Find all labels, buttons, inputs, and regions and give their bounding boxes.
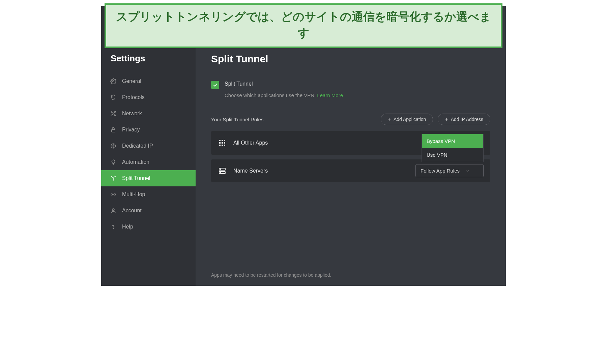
lock-icon bbox=[110, 126, 117, 133]
learn-more-link[interactable]: Learn More bbox=[317, 92, 343, 98]
callout-text: スプリットトンネリングでは、どのサイトの通信を暗号化するか選べます bbox=[116, 10, 491, 39]
rules-title: Your Split Tunnel Rules bbox=[211, 117, 263, 122]
svg-point-24 bbox=[220, 172, 221, 173]
person-icon bbox=[110, 207, 117, 214]
lightbulb-icon bbox=[110, 159, 117, 165]
add-application-label: Add Application bbox=[394, 117, 426, 122]
shield-plug-icon bbox=[110, 94, 117, 101]
sidebar-item-label: Account bbox=[122, 208, 142, 214]
svg-rect-13 bbox=[222, 140, 223, 141]
sidebar-item-dedicated-ip[interactable]: Dedicated IP bbox=[101, 138, 196, 154]
svg-rect-6 bbox=[112, 129, 115, 132]
svg-rect-12 bbox=[219, 140, 221, 141]
multi-hop-icon bbox=[110, 191, 117, 198]
sidebar-item-multi-hop[interactable]: Multi-Hop bbox=[101, 186, 196, 203]
svg-point-1 bbox=[111, 111, 112, 112]
sidebar-item-label: Automation bbox=[122, 159, 149, 165]
sidebar-item-label: Split Tunnel bbox=[122, 175, 150, 181]
check-icon bbox=[212, 82, 218, 88]
svg-rect-14 bbox=[224, 140, 225, 141]
sidebar-item-label: Dedicated IP bbox=[122, 143, 153, 149]
sidebar-item-network[interactable]: Network bbox=[101, 105, 196, 122]
sidebar-item-label: General bbox=[122, 78, 141, 84]
sidebar-item-protocols[interactable]: Protocols bbox=[101, 89, 196, 105]
apps-grid-icon bbox=[218, 139, 227, 147]
svg-point-9 bbox=[114, 194, 116, 195]
split-tunnel-subtext: Choose which applications use the VPN. L… bbox=[225, 92, 490, 98]
svg-point-0 bbox=[113, 81, 114, 82]
sidebar-item-help[interactable]: Help bbox=[101, 219, 196, 235]
sidebar-item-split-tunnel[interactable]: Split Tunnel bbox=[101, 170, 196, 186]
rule-label: Name Servers bbox=[233, 168, 409, 174]
svg-rect-16 bbox=[222, 142, 223, 144]
svg-rect-17 bbox=[224, 142, 225, 144]
toggle-subtext-text: Choose which applications use the VPN. bbox=[225, 92, 316, 98]
sidebar-item-label: Privacy bbox=[122, 127, 140, 133]
svg-rect-20 bbox=[224, 145, 225, 146]
sidebar-item-label: Multi-Hop bbox=[122, 191, 145, 198]
split-tunnel-toggle-row: Split Tunnel bbox=[211, 81, 490, 89]
split-tunnel-toggle-label: Split Tunnel bbox=[225, 81, 253, 87]
svg-rect-15 bbox=[219, 142, 221, 144]
sidebar-item-label: Network bbox=[122, 111, 142, 117]
chevron-down-icon bbox=[466, 169, 470, 173]
server-icon bbox=[218, 166, 227, 175]
svg-rect-18 bbox=[219, 145, 221, 146]
svg-point-4 bbox=[115, 115, 116, 116]
add-ip-address-button[interactable]: + Add IP Address bbox=[438, 114, 490, 125]
sidebar-item-label: Help bbox=[122, 224, 133, 230]
svg-point-5 bbox=[113, 113, 114, 114]
sidebar-item-label: Protocols bbox=[122, 94, 145, 100]
svg-rect-19 bbox=[222, 145, 223, 146]
svg-point-11 bbox=[113, 228, 114, 229]
svg-point-2 bbox=[115, 111, 116, 112]
dropdown-option-label: Use VPN bbox=[427, 152, 447, 158]
rules-header: Your Split Tunnel Rules + Add Applicatio… bbox=[211, 114, 490, 125]
dropdown-option-use-vpn[interactable]: Use VPN bbox=[422, 148, 483, 162]
gear-icon bbox=[110, 78, 117, 85]
ip-globe-icon bbox=[110, 143, 117, 149]
dropdown-option-bypass-vpn[interactable]: Bypass VPN bbox=[422, 134, 483, 148]
svg-point-8 bbox=[111, 194, 113, 195]
rule-row-name-servers: Name Servers Follow App Rules bbox=[211, 159, 490, 182]
sidebar-item-account[interactable]: Account bbox=[101, 203, 196, 219]
rule-mode-dropdown: Bypass VPN Use VPN bbox=[422, 134, 484, 162]
split-tunnel-checkbox[interactable] bbox=[211, 81, 219, 89]
rule-select-value: Follow App Rules bbox=[421, 168, 460, 174]
sidebar-title: Settings bbox=[101, 53, 196, 73]
svg-point-10 bbox=[112, 209, 114, 211]
rule-mode-select[interactable]: Follow App Rules bbox=[415, 164, 484, 177]
callout-banner: スプリットトンネリングでは、どのサイトの通信を暗号化するか選べます bbox=[105, 3, 502, 48]
rules-header-buttons: + Add Application + Add IP Address bbox=[381, 114, 490, 125]
svg-point-23 bbox=[220, 169, 221, 170]
add-ip-address-label: Add IP Address bbox=[451, 117, 483, 122]
sidebar-item-general[interactable]: General bbox=[101, 73, 196, 89]
split-icon bbox=[110, 175, 117, 182]
plus-icon: + bbox=[388, 117, 391, 122]
sidebar-item-automation[interactable]: Automation bbox=[101, 154, 196, 170]
plus-icon: + bbox=[445, 117, 448, 122]
footer-note: Apps may need to be restarted for change… bbox=[211, 272, 331, 278]
dropdown-option-label: Bypass VPN bbox=[427, 138, 455, 144]
network-icon bbox=[110, 110, 117, 117]
add-application-button[interactable]: + Add Application bbox=[381, 114, 433, 125]
rule-label: All Other Apps bbox=[233, 140, 415, 146]
svg-point-3 bbox=[111, 115, 112, 116]
help-icon bbox=[110, 223, 117, 230]
rule-row-all-other-apps: All Other Apps Bypass VPN Use VPN bbox=[211, 131, 490, 155]
sidebar-item-privacy[interactable]: Privacy bbox=[101, 122, 196, 138]
page-title: Split Tunnel bbox=[211, 53, 490, 65]
